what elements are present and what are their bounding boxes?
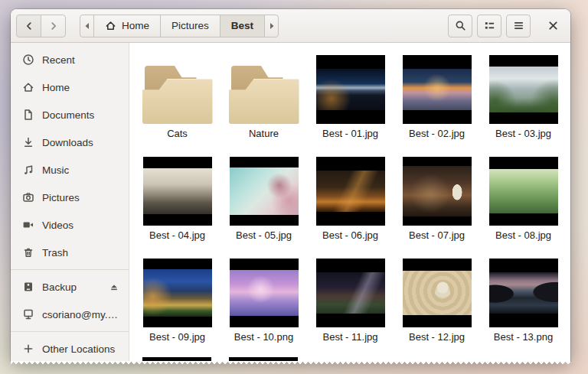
file-name: Best - 05.jpg (236, 229, 292, 241)
sidebar-item-label: Pictures (42, 192, 80, 203)
sidebar-item-label: Videos (42, 220, 74, 231)
image-item[interactable]: Best - 05.jpg (220, 155, 307, 257)
image-item[interactable]: Best - 04.jpg (134, 155, 220, 257)
clock-icon (22, 54, 34, 66)
folder-icon (229, 66, 299, 124)
image-item[interactable]: Best - 07.jpg (394, 155, 480, 257)
document-icon (22, 109, 34, 121)
image-thumbnail (143, 259, 212, 327)
sidebar-item-recent[interactable]: Recent (11, 46, 129, 73)
image-thumbnail (230, 259, 299, 327)
sidebar-item-label: Trash (42, 247, 68, 259)
eject-button[interactable] (109, 281, 119, 292)
view-list-button[interactable] (477, 15, 501, 37)
path-scroll-left-button[interactable] (80, 15, 94, 37)
image-item[interactable]: Best - 09.jpg (134, 257, 220, 359)
screenshot-torn-edge (11, 361, 570, 366)
image-thumbnail (316, 259, 385, 327)
image-thumbnail (403, 259, 472, 327)
path-scroll-right-button[interactable] (264, 15, 279, 37)
sidebar-separator (11, 331, 129, 332)
path-bar: Home Pictures Best (80, 15, 279, 37)
sidebar-item-other-locations[interactable]: Other Locations (11, 335, 129, 361)
breadcrumb-label: Pictures (172, 20, 209, 31)
triangle-left-icon (84, 23, 90, 29)
close-button[interactable] (543, 15, 563, 37)
sidebar-item-label: csoriano@my.… (42, 309, 118, 320)
chevron-right-icon (48, 21, 59, 31)
forward-button[interactable] (41, 15, 66, 37)
folder-icon (142, 66, 213, 124)
image-item[interactable]: Best - 01.jpg (307, 54, 394, 155)
chevron-left-icon (24, 21, 34, 31)
file-name: Best - 03.jpg (495, 128, 551, 139)
image-thumbnail (489, 157, 558, 226)
menu-button[interactable] (506, 15, 531, 37)
folder-item[interactable]: Cats (134, 54, 220, 155)
file-grid-view[interactable]: Cats Nature Best - 01.jpg Best - 02.jpg (129, 43, 570, 361)
image-item[interactable]: Best - 02.jpg (394, 54, 480, 155)
file-manager-window: Home Pictures Best (11, 9, 570, 361)
sidebar-item-videos[interactable]: Videos (11, 211, 129, 239)
sidebar-separator (11, 269, 129, 270)
magnifier-icon (455, 20, 466, 31)
sidebar-item-trash[interactable]: Trash (11, 239, 129, 266)
folder-item[interactable]: Nature (220, 54, 307, 155)
sidebar-item-music[interactable]: Music (11, 156, 129, 184)
image-item[interactable]: Best - 12.jpg (394, 257, 480, 359)
hamburger-icon (513, 20, 524, 31)
file-name: Best - 06.jpg (322, 229, 378, 241)
sidebar-item-label: Downloads (42, 137, 93, 148)
sidebar-item-label: Music (42, 164, 69, 176)
file-name: Best - 07.jpg (409, 229, 465, 241)
sidebar-item-label: Home (42, 82, 70, 93)
image-item[interactable]: Best - 11.jpg (307, 257, 394, 359)
home-icon (22, 81, 34, 93)
image-item[interactable]: Best - 03.jpg (480, 54, 567, 155)
image-item[interactable]: Best - 10.png (220, 257, 307, 359)
breadcrumb-pictures[interactable]: Pictures (160, 15, 220, 37)
image-item[interactable]: Best - 06.jpg (307, 155, 394, 257)
image-thumbnail (489, 259, 558, 327)
music-notes-icon (22, 164, 34, 176)
breadcrumb-home[interactable]: Home (93, 15, 161, 37)
sidebar-item-home[interactable]: Home (11, 73, 129, 101)
file-name: Best - 10.png (234, 331, 293, 343)
home-icon (105, 20, 116, 31)
video-camera-icon (22, 219, 34, 231)
image-thumbnail (489, 55, 558, 124)
breadcrumb-best[interactable]: Best (220, 15, 265, 37)
file-name: Best - 11.jpg (322, 331, 377, 343)
file-name: Best - 09.jpg (149, 331, 205, 343)
sidebar-item-backup[interactable]: Backup (11, 273, 129, 301)
history-nav-group (16, 15, 66, 37)
hard-drive-icon (22, 281, 34, 293)
camera-icon (22, 191, 34, 203)
download-arrow-icon (22, 136, 34, 148)
sidebar-item-documents[interactable]: Documents (11, 101, 129, 128)
image-thumbnail (143, 157, 212, 226)
image-item[interactable]: Best - 08.jpg (480, 155, 567, 257)
triangle-right-icon (269, 23, 275, 29)
sidebar-item-downloads[interactable]: Downloads (11, 128, 129, 156)
image-thumbnail (403, 55, 472, 124)
image-thumbnail (403, 157, 472, 226)
trash-bin-icon (22, 246, 34, 259)
sidebar-item-label: Backup (42, 281, 77, 293)
image-item[interactable]: Best - 13.png (480, 257, 567, 359)
image-thumbnail (316, 55, 385, 124)
image-thumbnail (316, 157, 385, 226)
sidebar-item-remote[interactable]: csoriano@my.… (11, 301, 129, 328)
plus-icon (22, 343, 34, 355)
breadcrumb-label: Home (122, 20, 149, 31)
search-button[interactable] (448, 15, 472, 37)
places-sidebar: Recent Home Documents Downloads (11, 43, 129, 361)
sidebar-item-label: Recent (42, 54, 75, 66)
file-name: Best - 04.jpg (149, 229, 205, 241)
sidebar-item-pictures[interactable]: Pictures (11, 184, 129, 211)
back-button[interactable] (16, 15, 41, 37)
file-name: Cats (167, 128, 188, 139)
list-view-icon (484, 20, 495, 31)
headerbar: Home Pictures Best (11, 9, 570, 43)
file-name: Best - 02.jpg (409, 128, 465, 139)
